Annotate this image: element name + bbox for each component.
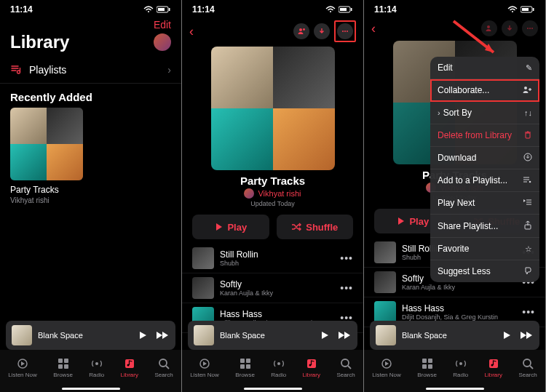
- play-icon[interactable]: [502, 330, 512, 340]
- share-icon: [523, 220, 532, 231]
- svg-point-13: [159, 359, 167, 367]
- menu-add-playlist[interactable]: Add to a Playlist...: [430, 169, 539, 192]
- svg-rect-34: [522, 8, 529, 11]
- download-button[interactable]: [502, 20, 518, 36]
- svg-rect-46: [428, 359, 432, 363]
- svg-rect-24: [240, 359, 245, 363]
- now-playing-bar[interactable]: Blank Space: [6, 321, 175, 350]
- tab-radio[interactable]: Radio: [89, 357, 104, 378]
- pencil-icon: ✎: [526, 63, 532, 73]
- status-indicators: [325, 6, 353, 13]
- thumbs-down-icon: [523, 266, 532, 276]
- tab-listen-now[interactable]: Listen Now: [190, 357, 219, 378]
- svg-point-14: [330, 11, 331, 12]
- download-button[interactable]: [314, 23, 330, 39]
- svg-point-32: [512, 11, 513, 12]
- menu-collaborate[interactable]: Collaborate...: [430, 79, 539, 102]
- status-bar: 11:14: [364, 0, 545, 16]
- svg-rect-35: [533, 8, 534, 11]
- track-more-button[interactable]: •••: [522, 306, 535, 318]
- tab-library[interactable]: Library: [303, 357, 320, 378]
- svg-rect-16: [340, 8, 347, 11]
- forward-icon[interactable]: [337, 330, 352, 340]
- home-indicator: [62, 388, 120, 390]
- now-playing-bar[interactable]: Blank Space: [188, 321, 357, 350]
- menu-play-next[interactable]: Play Next: [430, 192, 539, 215]
- forward-icon[interactable]: [519, 330, 534, 340]
- menu-share[interactable]: Share Playlist...: [430, 215, 539, 238]
- menu-suggest-less[interactable]: Suggest Less: [430, 260, 539, 282]
- screen-playlist: 11:14 ‹ Party Tracks Vikhyat rishi Updat…: [182, 0, 364, 392]
- menu-sort[interactable]: ›Sort By↑↓: [430, 102, 539, 124]
- tab-search[interactable]: Search: [518, 357, 537, 378]
- menu-favorite[interactable]: Favorite☆: [430, 238, 539, 260]
- svg-rect-3: [169, 8, 170, 11]
- status-bar: 11:14: [0, 0, 181, 16]
- svg-rect-45: [422, 359, 427, 363]
- profile-avatar[interactable]: [154, 33, 171, 51]
- svg-point-19: [303, 28, 305, 31]
- tab-search[interactable]: Search: [154, 357, 173, 378]
- playlist-art[interactable]: [211, 47, 335, 170]
- back-button[interactable]: ‹: [189, 24, 194, 39]
- tab-bar: Listen Now Browse Radio Library Search: [364, 350, 545, 392]
- track-row[interactable]: Still RollinShubh•••: [182, 244, 363, 273]
- tab-listen-now[interactable]: Listen Now: [8, 357, 37, 378]
- shuffle-button[interactable]: Shuffle: [277, 215, 354, 239]
- tab-browse[interactable]: Browse: [235, 357, 255, 378]
- now-playing-title: Blank Space: [38, 331, 132, 340]
- sort-arrows-icon: ↑↓: [524, 108, 532, 117]
- playlist-name: Party Tracks: [182, 175, 363, 187]
- status-indicators: [507, 6, 535, 13]
- track-more-button[interactable]: •••: [340, 252, 353, 264]
- tab-radio[interactable]: Radio: [453, 357, 468, 378]
- nav-playlists-label: Playlists: [29, 64, 66, 76]
- status-time: 11:14: [192, 4, 215, 15]
- track-art: [374, 301, 396, 323]
- chevron-right-icon: ›: [167, 64, 171, 76]
- star-icon: ☆: [525, 244, 532, 254]
- track-art: [374, 241, 396, 263]
- tab-bar: Listen Now Browse Radio Library Search: [0, 350, 181, 392]
- back-button[interactable]: ‹: [371, 21, 376, 36]
- svg-point-38: [529, 28, 531, 29]
- tab-library[interactable]: Library: [121, 357, 138, 378]
- now-playing-bar[interactable]: Blank Space: [370, 321, 539, 350]
- svg-rect-6: [58, 359, 63, 363]
- svg-point-21: [344, 31, 346, 32]
- collaborator-button[interactable]: [293, 23, 309, 39]
- forward-icon[interactable]: [155, 330, 170, 340]
- track-more-button[interactable]: •••: [340, 282, 353, 294]
- svg-rect-17: [351, 8, 352, 11]
- status-time: 11:14: [374, 4, 397, 15]
- status-indicators: [143, 6, 171, 13]
- album-art[interactable]: [10, 108, 83, 180]
- play-icon[interactable]: [320, 330, 330, 340]
- menu-download[interactable]: Download: [430, 147, 539, 169]
- tab-browse[interactable]: Browse: [53, 357, 73, 378]
- tab-browse[interactable]: Browse: [417, 357, 437, 378]
- tab-listen-now[interactable]: Listen Now: [372, 357, 401, 378]
- more-button[interactable]: [337, 23, 353, 39]
- now-playing-title: Blank Space: [220, 331, 314, 340]
- queue-icon: [523, 198, 532, 208]
- status-bar: 11:14: [182, 0, 363, 16]
- author-avatar: [244, 188, 254, 199]
- nav-playlists[interactable]: Playlists ›: [0, 57, 181, 84]
- svg-point-42: [529, 181, 531, 183]
- edit-button[interactable]: Edit: [154, 19, 171, 31]
- play-icon[interactable]: [138, 330, 148, 340]
- more-button[interactable]: [522, 20, 538, 36]
- svg-point-31: [341, 359, 349, 367]
- tab-search[interactable]: Search: [336, 357, 355, 378]
- playlist-icon: [10, 64, 22, 76]
- play-button[interactable]: Play: [192, 215, 269, 239]
- tab-radio[interactable]: Radio: [271, 357, 286, 378]
- track-row[interactable]: SoftlyKaran Aujla & Ikky•••: [182, 273, 363, 303]
- playlist-author[interactable]: Vikhyat rishi: [258, 189, 301, 198]
- svg-rect-7: [64, 359, 68, 363]
- playlist-updated: Updated Today: [182, 200, 363, 207]
- menu-delete[interactable]: Delete from Library: [430, 124, 539, 147]
- svg-rect-8: [58, 364, 63, 369]
- tab-library[interactable]: Library: [485, 357, 502, 378]
